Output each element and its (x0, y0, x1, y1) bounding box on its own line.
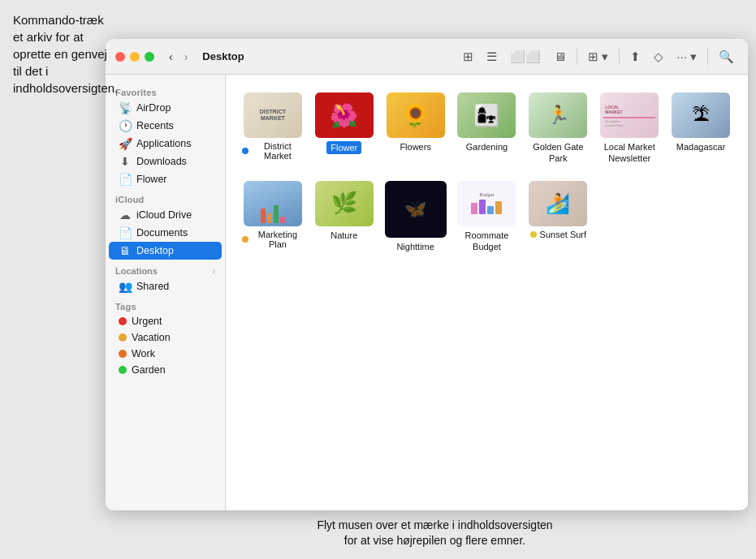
file-label-flowers: Flowers (400, 141, 431, 153)
sidebar-item-label: Garden (132, 364, 166, 376)
tooltip-top: Kommando-træk et arkiv for at oprette en… (0, 0, 130, 108)
file-item-flowers[interactable]: 🌻 Flowers (382, 88, 450, 170)
fullscreen-button[interactable] (145, 52, 154, 62)
file-label-roommate: Roommate Budget (456, 230, 518, 253)
sidebar-item-vacation[interactable]: Vacation (109, 329, 222, 346)
file-label-nature: Nature (330, 230, 357, 241)
icon-grid: DISTRICTMARKET District Market 🌺 Flower (239, 88, 735, 257)
garden-tag-dot (119, 366, 127, 374)
file-item-marketing[interactable]: Marketing Plan (239, 176, 307, 258)
file-label-golden-gate: Golden Gate Park (527, 141, 589, 165)
sidebar-locations-title: Locations (115, 266, 158, 276)
sidebar-item-desktop[interactable]: 🖥 Desktop (109, 242, 222, 260)
group-button[interactable]: ⊞ ▾ (584, 47, 612, 67)
sidebar-item-applications[interactable]: 🚀 Applications (109, 135, 222, 153)
share-button[interactable]: ⬆ (626, 47, 645, 67)
file-label-madagascar: Madagascar (676, 141, 726, 153)
tooltip-bottom: Flyt musen over et mærke i indholdsovers… (114, 508, 756, 559)
file-thumb-flowers: 🌻 (387, 92, 445, 138)
toolbar-separator-3 (707, 49, 708, 65)
file-item-flower-selected[interactable]: 🌺 Flower (310, 88, 378, 170)
file-item-madagascar[interactable]: 🏝 Madagascar (667, 88, 735, 170)
sidebar-item-icloud-drive[interactable]: ☁ iCloud Drive (109, 206, 222, 224)
back-button[interactable]: ‹ (166, 49, 176, 65)
content-area: DISTRICTMARKET District Market 🌺 Flower (226, 75, 748, 510)
sidebar-item-downloads[interactable]: ⬇ Downloads (109, 153, 222, 170)
file-item-nighttime[interactable]: 🦋 Nighttime (382, 176, 450, 258)
recents-icon: 🕐 (119, 119, 132, 132)
dot-marketing (242, 236, 248, 243)
file-label-text-sunset: Sunset Surf (540, 230, 586, 239)
file-item-gardening[interactable]: 👩‍👧 Gardening (453, 88, 521, 170)
file-label-text-marketing: Marketing Plan (252, 230, 304, 249)
locations-row: Locations › (106, 260, 225, 277)
tag-button[interactable]: ◇ (650, 47, 667, 67)
main-area: Favorites 📡 AirDrop 🕐 Recents 🚀 Applicat… (106, 75, 748, 510)
file-label-row-marketing: Marketing Plan (242, 230, 304, 249)
sidebar-tags-title: Tags (106, 295, 225, 313)
toolbar-icons: ⊞ ☰ ⬜⬜ 🖥 ⊞ ▾ ⬆ ◇ ··· ▾ 🔍 (459, 47, 738, 67)
sidebar-item-label: Recents (136, 120, 174, 131)
shared-icon: 👥 (119, 280, 132, 293)
dot-sunset (530, 231, 537, 238)
file-item-nature[interactable]: 🌿 Nature (310, 176, 378, 258)
toolbar: ‹ › Desktop ⊞ ☰ ⬜⬜ 🖥 ⊞ ▾ ⬆ ◇ ··· ▾ 🔍 (106, 39, 748, 75)
sidebar-item-label: Urgent (132, 316, 162, 327)
file-thumb-nature: 🌿 (315, 181, 374, 226)
file-item-district-market[interactable]: DISTRICTMARKET District Market (239, 88, 307, 170)
search-button[interactable]: 🔍 (715, 47, 738, 67)
file-thumb-madagascar: 🏝 (672, 92, 730, 138)
file-thumb-newsletter: LOCALMARKET Newslettercontent here (600, 92, 659, 138)
work-tag-dot (119, 350, 127, 358)
downloads-icon: ⬇ (119, 155, 132, 168)
finder-window: ‹ › Desktop ⊞ ☰ ⬜⬜ 🖥 ⊞ ▾ ⬆ ◇ ··· ▾ 🔍 Fav… (106, 39, 748, 510)
sidebar-item-documents[interactable]: 📄 Documents (109, 224, 222, 242)
vacation-tag-dot (119, 333, 127, 342)
file-label-row: District Market (242, 141, 304, 161)
urgent-tag-dot (119, 317, 127, 325)
file-thumb-golden: 🏃 (529, 92, 587, 138)
sidebar-item-label: Shared (136, 281, 169, 292)
file-item-newsletter[interactable]: LOCALMARKET Newslettercontent here Local… (595, 88, 663, 170)
sidebar-item-work[interactable]: Work (109, 346, 222, 362)
sidebar-item-label: Desktop (136, 245, 174, 256)
sidebar-item-flower[interactable]: 📄 Flower (109, 170, 222, 188)
file-label-row-sunset: Sunset Surf (530, 230, 586, 239)
locations-chevron[interactable]: › (213, 267, 215, 276)
file-label-nighttime: Nighttime (396, 241, 434, 252)
more-button[interactable]: ··· ▾ (672, 47, 701, 67)
file-item-roommate[interactable]: Budget Roommate Budget (453, 176, 521, 258)
applications-icon: 🚀 (119, 137, 132, 150)
file-item-golden-gate[interactable]: 🏃 Golden Gate Park (524, 88, 592, 170)
file-thumb-marketing (244, 181, 302, 226)
sidebar-item-label: Applications (136, 138, 191, 149)
sidebar-item-label: Vacation (132, 332, 171, 343)
file-thumb-sunset: 🏄 (529, 181, 587, 226)
file-thumb-district: DISTRICTMARKET (244, 92, 302, 138)
sidebar-item-garden[interactable]: Garden (109, 362, 222, 378)
sidebar-item-label: Documents (136, 227, 188, 239)
file-label-text: District Market (252, 141, 304, 161)
file-thumb-flower-sel: 🌺 (315, 92, 374, 138)
sidebar-item-urgent[interactable]: Urgent (109, 313, 222, 329)
view-gallery-btn[interactable]: 🖥 (550, 47, 570, 66)
view-icon-btn[interactable]: ⊞ (459, 47, 477, 67)
file-thumb-gardening: 👩‍👧 (457, 92, 516, 138)
file-item-sunset-surf[interactable]: 🏄 Sunset Surf (524, 176, 592, 258)
sidebar-item-label: Downloads (136, 156, 187, 167)
file-thumb-nighttime: 🦋 (385, 181, 447, 238)
flower-file-icon: 📄 (119, 173, 132, 186)
sidebar-item-recents[interactable]: 🕐 Recents (109, 117, 222, 135)
toolbar-separator (577, 49, 577, 65)
file-label-flower-sel: Flower (326, 141, 361, 154)
view-column-btn[interactable]: ⬜⬜ (506, 47, 545, 67)
sidebar: Favorites 📡 AirDrop 🕐 Recents 🚀 Applicat… (106, 75, 226, 510)
forward-button[interactable]: › (181, 49, 192, 65)
sidebar-item-shared[interactable]: 👥 Shared (109, 277, 222, 295)
documents-icon: 📄 (119, 226, 132, 239)
minimize-button[interactable] (130, 52, 140, 62)
sidebar-item-label: Work (132, 348, 155, 359)
view-list-btn[interactable]: ☰ (482, 47, 501, 67)
sidebar-item-label: Flower (136, 174, 167, 185)
sidebar-item-label: AirDrop (136, 102, 171, 114)
